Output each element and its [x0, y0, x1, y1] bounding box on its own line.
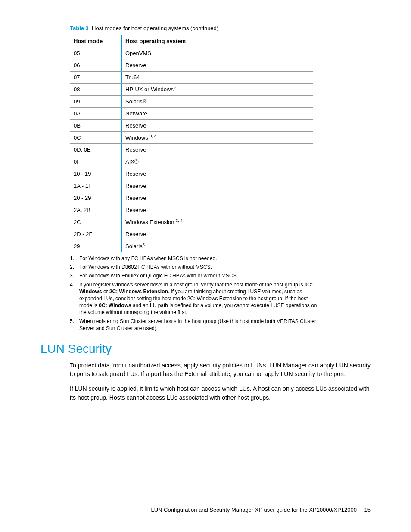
footer-text: LUN Configuration and Security Manager X…: [151, 507, 356, 513]
cell-host-mode: 0A: [70, 108, 122, 120]
host-modes-table: Host mode Host operating system 05OpenVM…: [70, 35, 313, 252]
section-heading: LUN Security: [40, 342, 371, 356]
table-row: 09Solaris®: [70, 96, 313, 108]
table-row: 0D, 0EReserve: [70, 144, 313, 156]
cell-host-os: AIX®: [122, 156, 313, 168]
cell-host-os: NetWare: [122, 108, 313, 120]
cell-host-os: OpenVMS: [122, 47, 313, 59]
section-para-2: If LUN security is applied, it limits wh…: [70, 384, 371, 402]
cell-host-mode: 0D, 0E: [70, 144, 122, 156]
cell-host-os: Windows 3, 4: [122, 132, 313, 144]
footer-page-number: 15: [364, 507, 371, 513]
cell-host-mode: 09: [70, 96, 122, 108]
footnote-item: 4.If you register Windows server hosts i…: [70, 281, 318, 316]
cell-host-os: HP-UX or Windows2: [122, 84, 313, 96]
col-header-os: Host operating system: [122, 35, 313, 47]
cell-host-os: Reserve: [122, 168, 313, 180]
cell-host-mode: 2C: [70, 216, 122, 228]
col-header-mode: Host mode: [70, 35, 122, 47]
cell-host-os: Reserve: [122, 144, 313, 156]
cell-host-mode: 05: [70, 47, 122, 59]
table-caption: Table 3 Host modes for host operating sy…: [70, 25, 371, 31]
cell-host-mode: 07: [70, 72, 122, 84]
cell-host-mode: 2A, 2B: [70, 204, 122, 216]
footnotes: 1.For Windows with any FC HBAs when MSCS…: [70, 255, 318, 332]
footnote-item: 5.When registering Sun Cluster server ho…: [70, 318, 318, 332]
page-footer: LUN Configuration and Security Manager X…: [151, 507, 371, 513]
table-row: 06Reserve: [70, 59, 313, 72]
table-row: 20 - 29Reserve: [70, 192, 313, 204]
cell-host-os: Windows Extension 3, 4: [122, 216, 313, 228]
cell-host-mode: 2D - 2F: [70, 228, 122, 240]
cell-host-mode: 0C: [70, 132, 122, 144]
table-caption-text: Host modes for host operating systems (c…: [92, 25, 218, 31]
cell-host-mode: 29: [70, 240, 122, 252]
table-row: 07Tru64: [70, 72, 313, 84]
table-number: Table 3: [70, 25, 89, 31]
cell-host-mode: 08: [70, 84, 122, 96]
table-row: 0ANetWare: [70, 108, 313, 120]
footnote-item: 3.For Windows with Emulex or QLogic FC H…: [70, 272, 318, 279]
cell-host-os: Reserve: [122, 192, 313, 204]
cell-host-os: Reserve: [122, 180, 313, 192]
cell-host-os: Tru64: [122, 72, 313, 84]
table-row: 1A - 1FReserve: [70, 180, 313, 192]
cell-host-os: Reserve: [122, 120, 313, 132]
table-row: 0FAIX®: [70, 156, 313, 168]
cell-host-mode: 1A - 1F: [70, 180, 122, 192]
cell-host-mode: 0B: [70, 120, 122, 132]
footnote-item: 2.For Windows with D8602 FC HBAs with or…: [70, 264, 318, 271]
cell-host-mode: 20 - 29: [70, 192, 122, 204]
section-para-1: To protect data from unauthorized access…: [70, 361, 371, 379]
cell-host-os: Solaris5: [122, 240, 313, 252]
table-row: 2D - 2FReserve: [70, 228, 313, 240]
cell-host-os: Reserve: [122, 228, 313, 240]
cell-host-mode: 10 - 19: [70, 168, 122, 180]
table-row: 05OpenVMS: [70, 47, 313, 59]
table-row: 08HP-UX or Windows2: [70, 84, 313, 96]
cell-host-os: Reserve: [122, 204, 313, 216]
footnote-item: 1.For Windows with any FC HBAs when MSCS…: [70, 255, 318, 262]
cell-host-mode: 0F: [70, 156, 122, 168]
table-row: 0CWindows 3, 4: [70, 132, 313, 144]
table-row: 2A, 2BReserve: [70, 204, 313, 216]
table-row: 10 - 19Reserve: [70, 168, 313, 180]
cell-host-mode: 06: [70, 59, 122, 72]
table-row: 0BReserve: [70, 120, 313, 132]
table-row: 29Solaris5: [70, 240, 313, 252]
table-row: 2CWindows Extension 3, 4: [70, 216, 313, 228]
cell-host-os: Reserve: [122, 59, 313, 72]
cell-host-os: Solaris®: [122, 96, 313, 108]
